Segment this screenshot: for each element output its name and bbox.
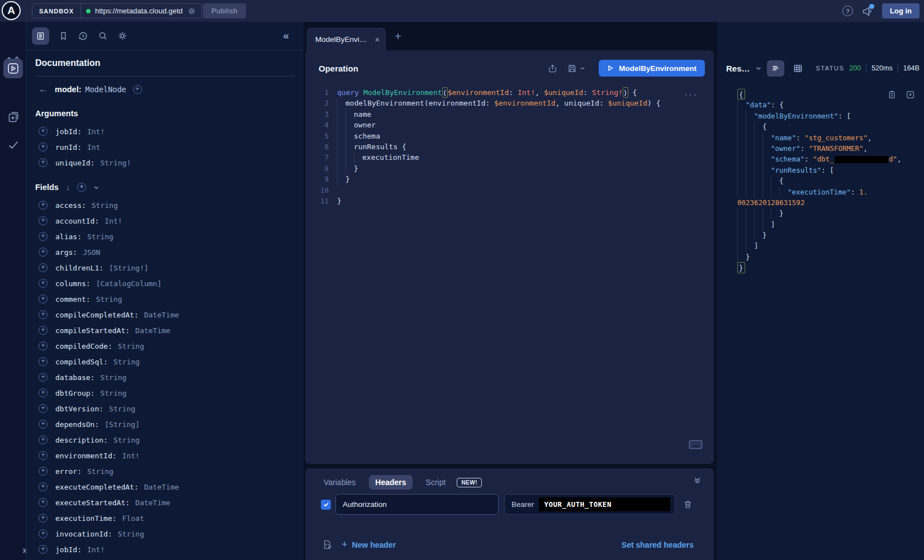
save-options-chevron-icon[interactable]	[580, 65, 585, 71]
field-row[interactable]: +executeStartedAt:DateTime	[39, 495, 295, 510]
field-row[interactable]: +dbtGroup:String	[39, 385, 295, 401]
keyboard-shortcuts-icon[interactable]	[689, 440, 703, 449]
field-row[interactable]: +error:String	[39, 463, 295, 479]
field-row[interactable]: +database:String	[39, 369, 295, 385]
field-row[interactable]: +alias:String	[39, 229, 295, 244]
search-icon[interactable]	[98, 31, 108, 41]
new-tab-icon[interactable]: +	[395, 30, 401, 43]
announcements-megaphone-icon[interactable]	[861, 5, 874, 17]
code-line[interactable]: 5schema	[314, 131, 708, 141]
response-dropdown-chevron-icon[interactable]	[755, 65, 762, 72]
add-to-query-icon[interactable]: +	[39, 127, 48, 136]
field-row[interactable]: +childrenL1:[String!]	[39, 260, 295, 276]
field-row[interactable]: +args:JSON	[39, 244, 295, 260]
apollo-logo-icon[interactable]: A	[2, 1, 21, 20]
add-to-query-icon[interactable]: +	[39, 143, 48, 151]
code-line[interactable]: 10	[314, 185, 708, 196]
header-enabled-checkbox[interactable]	[321, 500, 331, 510]
add-type-icon[interactable]: +	[133, 85, 142, 94]
field-row[interactable]: +description:String	[39, 432, 295, 448]
endpoint-url[interactable]: https://metadata.cloud.getd	[95, 7, 183, 15]
add-to-query-icon[interactable]: +	[39, 295, 48, 303]
add-to-query-icon[interactable]: +	[39, 310, 48, 319]
close-tab-icon[interactable]: ×	[375, 35, 380, 44]
add-to-query-icon[interactable]: +	[39, 420, 48, 429]
field-row[interactable]: +dependsOn:[String]	[39, 416, 295, 432]
saved-operations-bookmark-icon[interactable]	[59, 31, 68, 41]
edit-headers-file-icon[interactable]	[322, 539, 333, 550]
field-row[interactable]: +columns:[CatalogColumn]	[39, 276, 295, 291]
publish-button[interactable]: Publish	[203, 3, 246, 18]
add-to-query-icon[interactable]: +	[39, 279, 48, 288]
field-row[interactable]: +compileStartedAt:DateTime	[39, 322, 295, 338]
add-to-query-icon[interactable]: +	[39, 529, 48, 538]
settings-gear-icon[interactable]	[117, 31, 127, 41]
add-all-fields-icon[interactable]: +	[77, 183, 86, 192]
add-to-query-icon[interactable]: +	[39, 357, 48, 366]
add-to-query-icon[interactable]: +	[39, 341, 48, 350]
tab-variables[interactable]: Variables	[318, 475, 362, 490]
add-to-query-icon[interactable]: +	[39, 263, 48, 272]
argument-row[interactable]: +uniqueId:String!	[39, 155, 295, 170]
login-button[interactable]: Log in	[882, 3, 920, 18]
code-line[interactable]: 1query ModelByEnvironment($environmentId…	[314, 87, 708, 98]
add-to-query-icon[interactable]: +	[39, 216, 48, 225]
argument-row[interactable]: +jobId:Int!	[39, 124, 295, 139]
code-line[interactable]: 8}	[314, 163, 708, 174]
run-operation-button[interactable]: ModelByEnvironment	[599, 60, 705, 77]
field-row[interactable]: +executionTime:Float	[39, 510, 295, 526]
code-line[interactable]: 6runResults {	[314, 141, 708, 152]
copy-response-icon[interactable]	[887, 90, 897, 99]
sort-arrow-icon[interactable]: ↓	[66, 183, 70, 192]
add-to-query-icon[interactable]: +	[39, 158, 48, 167]
field-row[interactable]: +access:String	[39, 197, 295, 213]
back-arrow-icon[interactable]: ←	[39, 84, 48, 95]
json-view-toggle-icon[interactable]	[767, 60, 784, 77]
breadcrumb-type[interactable]: ModelNode	[86, 85, 126, 94]
field-row[interactable]: +compiledCode:String	[39, 338, 295, 354]
code-line[interactable]: 3name	[314, 109, 708, 120]
response-json[interactable]: {"data": {"modelByEnvironment": [{"name"…	[737, 89, 924, 273]
field-row[interactable]: +jobId:Int!	[39, 542, 295, 557]
header-value-field[interactable]: Bearer YOUR_AUTH_TOKEN	[504, 494, 675, 515]
table-view-toggle-icon[interactable]	[789, 60, 807, 77]
field-row[interactable]: +environmentId:Int!	[39, 448, 295, 463]
endpoint-settings-gear-icon[interactable]	[187, 7, 196, 16]
code-line[interactable]: 11}	[314, 196, 708, 206]
save-operation-icon[interactable]	[567, 64, 577, 73]
field-row[interactable]: +dbtVersion:String	[39, 401, 295, 416]
tab-script[interactable]: Script	[420, 475, 452, 490]
add-to-query-icon[interactable]: +	[39, 482, 48, 491]
share-operation-icon[interactable]	[548, 64, 557, 73]
field-row[interactable]: +invocationId:String	[39, 526, 295, 542]
add-to-query-icon[interactable]: +	[39, 467, 48, 476]
checks-icon[interactable]	[0, 138, 26, 151]
tab-headers[interactable]: Headers	[369, 475, 412, 490]
collapse-panel-icon[interactable]: «	[283, 30, 288, 42]
add-to-query-icon[interactable]: +	[39, 201, 48, 210]
field-row[interactable]: +accountId:Int!	[39, 213, 295, 229]
chevron-down-icon[interactable]	[93, 184, 99, 191]
code-line[interactable]: 7executionTime	[314, 152, 708, 163]
add-to-query-icon[interactable]: +	[39, 248, 48, 257]
add-to-query-icon[interactable]: +	[39, 373, 48, 382]
code-line[interactable]: 9}	[314, 174, 708, 184]
add-to-query-icon[interactable]: +	[39, 435, 48, 444]
download-response-icon[interactable]	[906, 90, 915, 99]
code-line[interactable]: 4owner	[314, 120, 708, 130]
field-row[interactable]: +compileCompletedAt:DateTime	[39, 307, 295, 322]
documentation-tab-icon[interactable]	[32, 27, 49, 45]
explorer-icon[interactable]	[3, 59, 23, 78]
set-shared-headers-link[interactable]: Set shared headers	[622, 540, 694, 549]
header-key-input[interactable]	[335, 494, 499, 515]
add-to-query-icon[interactable]: +	[39, 326, 48, 335]
help-icon[interactable]: ?	[842, 6, 853, 16]
add-to-query-icon[interactable]: +	[39, 404, 48, 413]
field-row[interactable]: +executeCompletedAt:DateTime	[39, 479, 295, 495]
graphql-editor[interactable]: 1query ModelByEnvironment($environmentId…	[314, 87, 708, 206]
add-to-query-icon[interactable]: +	[39, 545, 48, 554]
operation-tab[interactable]: ModelByEnvi… ×	[307, 28, 386, 50]
collections-icon[interactable]	[0, 110, 26, 124]
auth-token-value[interactable]: YOUR_AUTH_TOKEN	[539, 497, 670, 511]
graph-endpoint-chip[interactable]: SANDBOX https://metadata.cloud.getd	[32, 3, 202, 18]
